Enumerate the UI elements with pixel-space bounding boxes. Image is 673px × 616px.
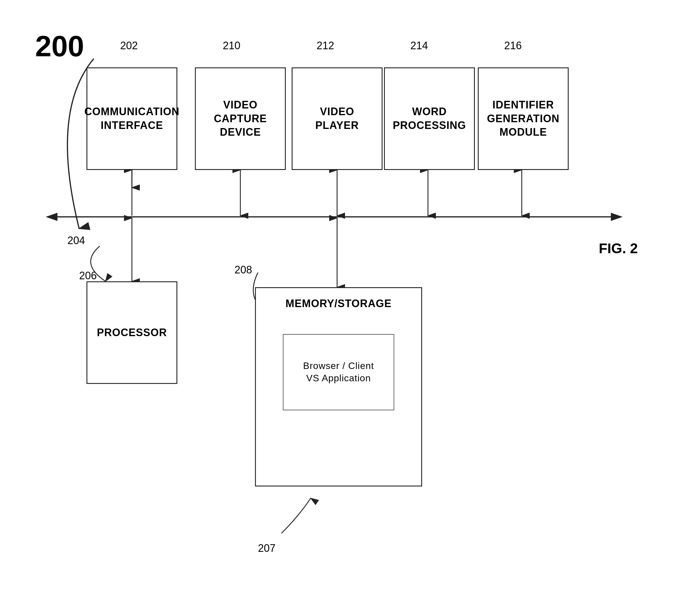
ref-208: 208 <box>234 264 252 276</box>
video-capture-box: VIDEO CAPTURE DEVICE <box>195 67 286 170</box>
ref-212: 212 <box>316 40 334 52</box>
figure-number: 200 <box>35 29 84 63</box>
figure-label: FIG. 2 <box>599 240 638 256</box>
memory-storage-box: MEMORY/STORAGE Browser / Client VS Appli… <box>255 287 422 487</box>
processor-box: PROCESSOR <box>86 281 177 384</box>
video-player-box: VIDEO PLAYER <box>292 67 383 170</box>
ref-204: 204 <box>67 235 85 247</box>
diagram-container: 200 FIG. 2 202 210 212 214 216 204 206 2… <box>0 0 673 616</box>
comm-interface-box: COMMUNICATION INTERFACE <box>86 67 177 170</box>
word-processing-box: WORD PROCESSING <box>384 67 475 170</box>
ref-202: 202 <box>120 40 138 52</box>
ref-207: 207 <box>258 542 275 555</box>
identifier-gen-box: IDENTIFIER GENERATION MODULE <box>478 67 569 170</box>
browser-app-box: Browser / Client VS Application <box>283 334 394 410</box>
ref-210: 210 <box>223 40 240 52</box>
ref-206: 206 <box>79 270 97 282</box>
ref-216: 216 <box>504 40 522 52</box>
ref-214: 214 <box>410 40 428 52</box>
